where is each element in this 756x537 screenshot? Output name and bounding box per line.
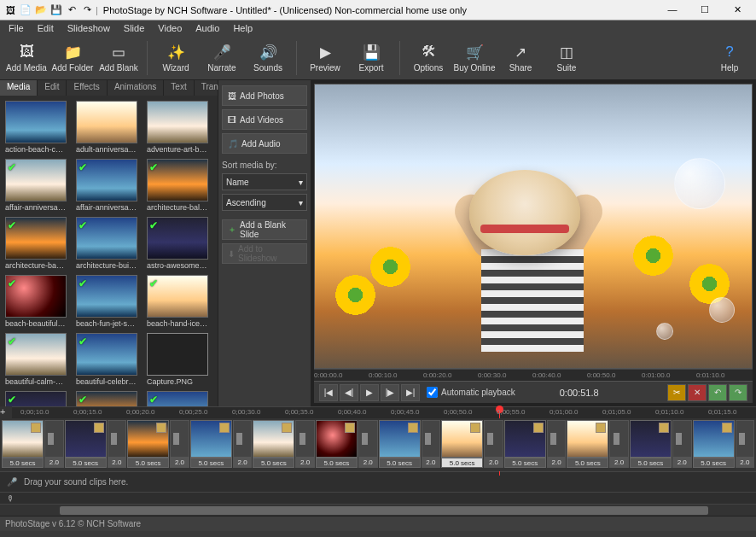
media-thumbnail[interactable]: ✔beach-fun-jet-ski-… bbox=[76, 275, 142, 328]
close-button[interactable]: ✕ bbox=[727, 4, 747, 15]
timeline-zoom[interactable]: + bbox=[0, 406, 12, 418]
add-blank-button[interactable]: ▭Add Blank bbox=[97, 38, 140, 79]
menu-slide[interactable]: Slide bbox=[119, 22, 149, 34]
tab-effects[interactable]: Effects bbox=[67, 80, 107, 96]
menu-video[interactable]: Video bbox=[153, 22, 187, 34]
qat-undo[interactable]: ↶ bbox=[65, 3, 79, 17]
transition[interactable]: 2.0 bbox=[484, 420, 503, 468]
add-folder-button[interactable]: 📁Add Folder bbox=[51, 38, 94, 79]
media-thumbnail[interactable]: ✔beach-beautiful-bi… bbox=[5, 275, 71, 328]
media-thumbnail[interactable]: ✔beach-hand-ice-cr… bbox=[147, 275, 212, 328]
audio-track[interactable]: 🎤 Drag your sound clips here. bbox=[0, 471, 756, 492]
qat-save[interactable]: 💾 bbox=[49, 3, 63, 17]
sounds-button[interactable]: 🔊Sounds bbox=[247, 38, 289, 79]
next-frame-button[interactable]: |▶ bbox=[381, 384, 399, 401]
qat-new[interactable]: 📄 bbox=[19, 3, 32, 17]
timeline-clip[interactable]: 5.0 secs bbox=[693, 420, 735, 468]
media-thumbnail[interactable]: adult-anniversary… bbox=[76, 101, 142, 154]
timeline-clip[interactable]: 5.0 secs bbox=[253, 420, 294, 468]
menu-slideshow[interactable]: Slideshow bbox=[62, 22, 115, 34]
scrollbar-thumb[interactable] bbox=[60, 506, 708, 515]
export-button[interactable]: 💾Export bbox=[350, 38, 393, 79]
auto-playback-checkbox[interactable]: Automatic playback bbox=[427, 387, 515, 398]
media-thumbnail[interactable]: ✔astro-awesome-bl… bbox=[147, 217, 212, 270]
delete-button[interactable]: ✕ bbox=[688, 384, 707, 401]
transition[interactable]: 2.0 bbox=[547, 420, 567, 468]
narration-track[interactable]: 🎙 bbox=[0, 492, 756, 504]
split-button[interactable]: ✂ bbox=[667, 384, 686, 401]
transition[interactable]: 2.0 bbox=[672, 420, 692, 468]
media-thumbnail[interactable]: Capture.PNG bbox=[147, 333, 212, 386]
timeline-clip[interactable]: 5.0 secs bbox=[441, 420, 483, 468]
qat-redo[interactable]: ↷ bbox=[80, 3, 94, 17]
tab-animations[interactable]: Animations bbox=[108, 80, 164, 96]
tab-edit[interactable]: Edit bbox=[38, 80, 67, 96]
media-thumbnail[interactable]: ✔cosmos-dark-eveni… bbox=[5, 391, 71, 406]
timeline-clip[interactable]: 5.0 secs bbox=[65, 420, 107, 468]
goto-start-button[interactable]: |◀ bbox=[319, 384, 338, 401]
menu-file[interactable]: File bbox=[3, 22, 29, 34]
add-blank-slide-button[interactable]: ＋Add a Blank Slide bbox=[222, 219, 307, 240]
transition[interactable]: 2.0 bbox=[108, 420, 127, 468]
menu-audio[interactable]: Audio bbox=[190, 22, 224, 34]
redo-button[interactable]: ↷ bbox=[729, 384, 747, 401]
timeline-clip[interactable]: 5.0 secs bbox=[504, 420, 546, 468]
transition[interactable]: 2.0 bbox=[233, 420, 253, 468]
transition[interactable]: 2.0 bbox=[609, 420, 629, 468]
tab-text[interactable]: Text bbox=[164, 80, 194, 96]
suite-button[interactable]: ◫Suite bbox=[545, 38, 588, 79]
add-videos-button[interactable]: 🎞Add Videos bbox=[222, 109, 307, 130]
timeline-clip[interactable]: 5.0 secs bbox=[190, 420, 232, 468]
timeline-clip[interactable]: 5.0 secs bbox=[127, 420, 169, 468]
preview-button[interactable]: ▶Preview bbox=[304, 38, 346, 79]
timeline-track[interactable]: 5.0 secs2.05.0 secs2.05.0 secs2.05.0 sec… bbox=[0, 418, 756, 471]
timeline-clip[interactable]: 5.0 secs bbox=[630, 420, 672, 468]
prev-frame-button[interactable]: ◀| bbox=[340, 384, 358, 401]
maximize-button[interactable]: ☐ bbox=[695, 4, 715, 15]
timeline-clip[interactable]: 5.0 secs bbox=[2, 420, 44, 468]
sort-dir-select[interactable]: Ascending▾ bbox=[222, 194, 307, 211]
wizard-button[interactable]: ✨Wizard bbox=[154, 38, 197, 79]
media-thumbnail[interactable]: ✔beautiful-celebrati… bbox=[76, 333, 142, 386]
media-thumbnail[interactable]: ✔architecture-barg… bbox=[5, 217, 71, 270]
timeline-clip[interactable]: 5.0 secs bbox=[316, 420, 358, 468]
qat-open[interactable]: 📂 bbox=[34, 3, 48, 17]
tab-media[interactable]: Media bbox=[0, 80, 38, 96]
timeline-clip[interactable]: 5.0 secs bbox=[567, 420, 608, 468]
add-to-slideshow-button[interactable]: ⬇Add to Slideshow bbox=[222, 243, 307, 264]
transition[interactable]: 2.0 bbox=[170, 420, 189, 468]
add-audio-button[interactable]: 🎵Add Audio bbox=[222, 133, 307, 154]
sort-field-select[interactable]: Name▾ bbox=[222, 173, 307, 190]
transition[interactable]: 2.0 bbox=[422, 420, 441, 468]
media-thumbnail[interactable]: ✔holiday-hotel-las-v… bbox=[76, 391, 142, 406]
minimize-button[interactable]: — bbox=[662, 4, 683, 15]
menu-edit[interactable]: Edit bbox=[32, 22, 59, 34]
options-button[interactable]: 🛠Options bbox=[407, 38, 450, 79]
media-thumbnail[interactable]: ✔architecture-ballo… bbox=[147, 159, 212, 212]
undo-button[interactable]: ↶ bbox=[708, 384, 727, 401]
play-button[interactable]: ▶ bbox=[360, 384, 379, 401]
add-photos-button[interactable]: 🖼Add Photos bbox=[222, 85, 307, 106]
timeline-scrollbar[interactable] bbox=[0, 504, 756, 516]
media-thumbnail[interactable]: ✔architecture-buildi… bbox=[76, 217, 142, 270]
media-thumbnail[interactable]: ✔hotel-leisure-palm-… bbox=[147, 391, 212, 406]
buy-button[interactable]: 🛒Buy Online bbox=[453, 38, 496, 79]
media-thumbnail[interactable]: adventure-art-ball… bbox=[147, 101, 212, 154]
share-button[interactable]: ↗Share bbox=[499, 38, 542, 79]
qat-icon[interactable]: 🖼 bbox=[3, 3, 17, 17]
narrate-button[interactable]: 🎤Narrate bbox=[201, 38, 243, 79]
transition[interactable]: 2.0 bbox=[736, 420, 755, 468]
transition[interactable]: 2.0 bbox=[44, 420, 64, 468]
transition[interactable]: 2.0 bbox=[295, 420, 315, 468]
timeline-clip[interactable]: 5.0 secs bbox=[379, 420, 421, 468]
help-button[interactable]: ? Help bbox=[708, 38, 751, 79]
media-thumbnail[interactable]: ✔affair-anniversary… bbox=[5, 159, 71, 212]
add-media-button[interactable]: 🖼Add Media bbox=[5, 38, 48, 79]
media-thumbnail[interactable]: ✔affair-anniversary-… bbox=[76, 159, 142, 212]
media-thumbnail[interactable]: action-beach-care… bbox=[5, 101, 71, 154]
timeline-ruler[interactable]: 0;00;10.00;00;15.00;00;20.00;00;25.00;00… bbox=[12, 406, 756, 418]
goto-end-button[interactable]: ▶| bbox=[401, 384, 420, 401]
transition[interactable]: 2.0 bbox=[358, 420, 378, 468]
media-thumbnail[interactable]: ✔beautiful-calm-clo… bbox=[5, 333, 71, 386]
menu-help[interactable]: Help bbox=[228, 22, 258, 34]
